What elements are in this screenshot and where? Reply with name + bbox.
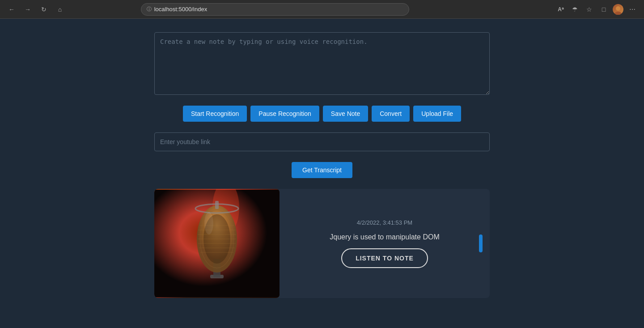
pause-recognition-button[interactable]: Pause Recognition — [250, 106, 319, 122]
more-button[interactable]: ⋯ — [626, 3, 639, 16]
profile-button[interactable] — [612, 3, 624, 16]
buttons-row: Start Recognition Pause Recognition Save… — [183, 106, 461, 122]
forward-button[interactable]: → — [21, 3, 34, 16]
svg-rect-17 — [215, 201, 219, 209]
browser-chrome: ← → ↻ ⌂ ⓘ localhost:5000/index Aᵃ ☂ ☆ □ … — [0, 0, 644, 19]
note-card-image — [154, 189, 280, 298]
listen-to-note-button[interactable]: LISTEN TO NOTE — [341, 248, 428, 268]
collections-button[interactable]: □ — [597, 3, 610, 16]
address-bar[interactable]: ⓘ localhost:5000/index — [141, 3, 409, 16]
note-card-content: 4/2/2022, 3:41:53 PM Jquery is used to m… — [280, 189, 490, 298]
note-textarea[interactable] — [154, 32, 490, 95]
browser-right-icons: Aᵃ ☂ ☆ □ ⋯ — [555, 3, 639, 16]
note-text: Jquery is used to manipulate DOM — [330, 233, 439, 241]
avatar-icon — [613, 4, 623, 15]
start-recognition-button[interactable]: Start Recognition — [183, 106, 247, 122]
favorites-button[interactable]: ☆ — [583, 3, 596, 16]
home-button[interactable]: ⌂ — [54, 3, 66, 16]
reload-button[interactable]: ↻ — [38, 3, 50, 16]
address-info-icon: ⓘ — [147, 6, 152, 13]
svg-point-0 — [616, 6, 620, 11]
save-note-button[interactable]: Save Note — [323, 106, 368, 122]
back-button[interactable]: ← — [5, 3, 18, 16]
convert-button[interactable]: Convert — [372, 106, 410, 122]
note-indicator — [479, 234, 483, 252]
upload-file-button[interactable]: Upload File — [413, 106, 461, 122]
shield-button[interactable]: ☂ — [569, 3, 581, 16]
youtube-input[interactable] — [154, 132, 490, 151]
get-transcript-button[interactable]: Get Transcript — [292, 162, 352, 178]
reader-view-button[interactable]: Aᵃ — [555, 3, 567, 16]
svg-point-1 — [614, 12, 622, 15]
svg-point-18 — [204, 212, 213, 234]
avatar — [613, 4, 623, 15]
microphone-image — [154, 189, 280, 298]
url-text: localhost:5000/index — [154, 6, 208, 13]
note-timestamp: 4/2/2022, 3:41:53 PM — [357, 219, 412, 226]
note-card: 4/2/2022, 3:41:53 PM Jquery is used to m… — [154, 189, 490, 298]
main-content: Start Recognition Pause Recognition Save… — [0, 19, 644, 311]
